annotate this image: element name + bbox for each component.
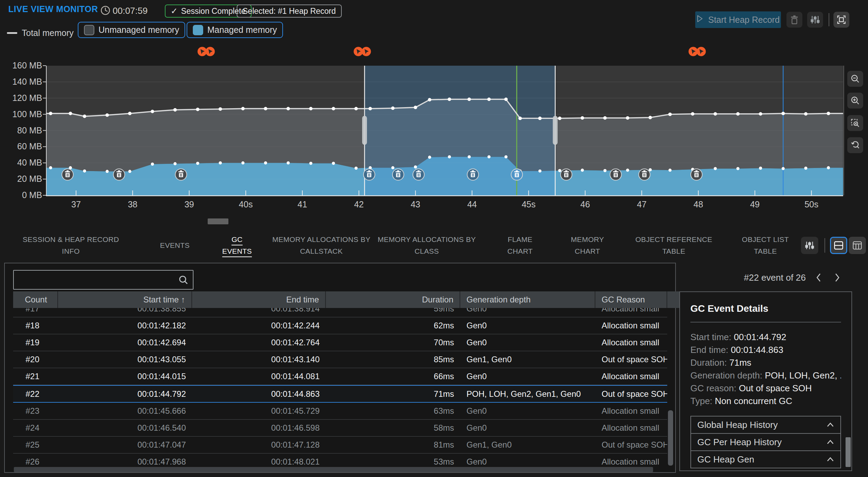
gc-event-marker[interactable] <box>393 169 404 180</box>
column-header-gc-reason[interactable]: GC Reason <box>595 291 667 308</box>
search-input[interactable] <box>18 274 178 285</box>
table-settings-button[interactable] <box>801 237 818 254</box>
column-header-generation-depth[interactable]: Generation depth <box>460 291 595 308</box>
table-row-gc-event-24[interactable]: #2400:01:46.54000:01:46.59858msGen0Alloc… <box>13 420 667 437</box>
gc-event-marker[interactable] <box>62 169 73 180</box>
next-event-button[interactable] <box>831 272 843 283</box>
cell-duration: 66ms <box>326 372 460 381</box>
cell-generation: POH, LOH, Gen2, Gen1, Gen0 <box>460 389 595 399</box>
delete-button[interactable] <box>786 12 802 28</box>
table-row-gc-event-19[interactable]: #1900:01:42.69400:01:42.76470msGen0Alloc… <box>13 334 667 351</box>
x-axis-label: 50s <box>804 199 818 209</box>
legend-toggle-unmanaged-memory[interactable]: Unmanaged memory <box>78 22 185 38</box>
tab-object-reference-table[interactable]: OBJECT REFERENCE TABLE <box>632 231 715 260</box>
table-row-gc-event-21[interactable]: #2100:01:44.01500:01:44.08166msGen0Alloc… <box>13 368 667 385</box>
record-marker-icon[interactable] <box>198 47 207 56</box>
zoom-to-selection-button[interactable] <box>847 115 863 131</box>
layout-split-columns-button[interactable] <box>849 237 866 254</box>
gc-event-marker[interactable] <box>691 169 702 180</box>
cell-count: #20 <box>13 355 58 364</box>
tab-gc-events[interactable]: GC EVENTS <box>223 231 251 260</box>
tab-object-list-table[interactable]: OBJECT LIST TABLE <box>734 231 796 260</box>
details-scrollbar-thumb[interactable] <box>846 437 851 467</box>
table-row-gc-event-20[interactable]: #2000:01:43.05500:01:43.14085msGen1, Gen… <box>13 351 667 368</box>
table-search-box[interactable] <box>13 270 194 290</box>
cell-duration: 85ms <box>326 355 460 364</box>
y-axis-label: 100 MB <box>12 109 42 119</box>
x-axis-label: 46 <box>581 199 590 209</box>
gc-event-marker-selected[interactable] <box>511 169 522 180</box>
detail-value: POH, LOH, Gen2, ... <box>765 370 841 381</box>
gc-event-marker[interactable] <box>560 169 572 180</box>
memory-timeline-chart[interactable]: 0 MB20 MB40 MB60 MB80 MB100 MB120 MB140 … <box>0 45 868 235</box>
x-axis-label: 42 <box>354 199 364 209</box>
fullscreen-button[interactable] <box>833 12 849 28</box>
page-title: LIVE VIEW MONITOR <box>8 4 98 14</box>
previous-event-button[interactable] <box>813 272 824 283</box>
table-row-gc-event-25[interactable]: #2500:01:47.04700:01:47.12881msGen1, Gen… <box>13 437 667 453</box>
cell-generation: Gen0 <box>460 308 595 314</box>
record-marker-icon[interactable] <box>353 47 363 56</box>
tab-memory-chart[interactable]: MEMORY CHART <box>568 231 606 260</box>
gc-event-marker[interactable] <box>467 169 479 180</box>
gc-event-marker[interactable] <box>175 169 187 180</box>
table-row-gc-event-26[interactable]: #2600:01:47.96800:01:48.02153msGen0Alloc… <box>13 453 667 467</box>
record-marker-icon[interactable] <box>689 47 698 56</box>
scrollbar-thumb[interactable] <box>668 410 673 466</box>
accordion-gc-per-heap-history[interactable]: GC Per Heap History <box>690 433 841 451</box>
table-row-gc-event-23[interactable]: #2300:01:45.66600:01:45.72963msGen0Alloc… <box>13 403 667 420</box>
column-header-duration[interactable]: Duration <box>326 291 460 308</box>
column-header-count[interactable]: Count <box>13 291 58 308</box>
play-outline-icon <box>696 15 703 25</box>
cell-start: 00:01:38.855 <box>58 308 192 314</box>
cell-reason: Allocation small <box>595 372 667 381</box>
record-marker-icon[interactable] <box>206 47 215 56</box>
cell-end: 00:01:42.244 <box>192 321 326 330</box>
cell-reason: Allocation small <box>595 406 667 416</box>
table-row-gc-event-22[interactable]: #2200:01:44.79200:01:44.86371msPOH, LOH,… <box>13 385 667 403</box>
x-axis-label: 39 <box>185 199 194 209</box>
tab-session-info[interactable]: SESSION & HEAP RECORD INFO <box>17 231 124 260</box>
zoom-in-button[interactable] <box>847 93 863 109</box>
cell-end: 00:01:45.729 <box>192 406 326 416</box>
tab-alloc-callstack[interactable]: MEMORY ALLOCATIONS BY CALLSTACK <box>270 231 373 260</box>
column-header-end-time[interactable]: End time <box>192 291 326 308</box>
details-title: GC Event Details <box>690 303 841 314</box>
tab-events[interactable]: EVENTS <box>151 231 199 260</box>
column-header-start-time[interactable]: Start time ↑ <box>58 291 192 308</box>
zoom-in-icon <box>850 96 860 105</box>
selection-handle[interactable] <box>362 116 367 145</box>
zoom-out-button[interactable] <box>847 71 863 87</box>
record-marker-icon[interactable] <box>697 47 706 56</box>
gc-event-marker[interactable] <box>639 169 650 180</box>
legend-toggle-managed-memory[interactable]: Managed memory <box>187 22 283 38</box>
chart-settings-button[interactable] <box>807 12 823 28</box>
session-status-label: Session Complete <box>181 7 246 16</box>
tab-alloc-class[interactable]: MEMORY ALLOCATIONS BY CLASS <box>375 231 479 260</box>
table-horizontal-scrollbar[interactable] <box>14 467 653 472</box>
gc-event-marker[interactable] <box>413 169 424 180</box>
table-row-gc-event-18[interactable]: #1800:01:42.18200:01:42.24462msGen0Alloc… <box>13 317 667 334</box>
x-axis-label: 43 <box>411 199 420 209</box>
gc-event-marker[interactable] <box>113 169 125 180</box>
selection-handle[interactable] <box>553 116 558 145</box>
legend-managed-label: Managed memory <box>207 25 277 35</box>
gc-event-marker[interactable] <box>364 169 375 180</box>
chevron-left-icon <box>815 273 822 282</box>
accordion-global-heap-history[interactable]: Global Heap History <box>690 416 841 434</box>
chevron-right-icon <box>834 273 841 282</box>
layout-split-horizontal-button[interactable] <box>830 237 847 254</box>
detail-label: Type: <box>690 396 713 406</box>
record-marker-icon[interactable] <box>361 47 371 56</box>
details-accordions: Global Heap HistoryGC Per Heap HistoryGC… <box>690 416 841 468</box>
table-row-gc-event-17[interactable]: #1700:01:38.85500:01:38.91459msGen0Alloc… <box>13 308 667 317</box>
start-heap-record-button[interactable]: Start Heap Record <box>695 11 781 28</box>
tab-flame-chart[interactable]: FLAME CHART <box>503 231 537 260</box>
cell-end: 00:01:47.128 <box>192 440 326 450</box>
gc-event-marker[interactable] <box>610 169 621 180</box>
chart-scrollbar-thumb[interactable] <box>208 218 228 224</box>
accordion-gc-heap-gen[interactable]: GC Heap Gen <box>690 450 841 468</box>
table-vertical-scrollbar[interactable] <box>668 308 673 467</box>
cell-start: 00:01:45.666 <box>58 406 192 416</box>
reset-zoom-button[interactable] <box>847 137 863 153</box>
